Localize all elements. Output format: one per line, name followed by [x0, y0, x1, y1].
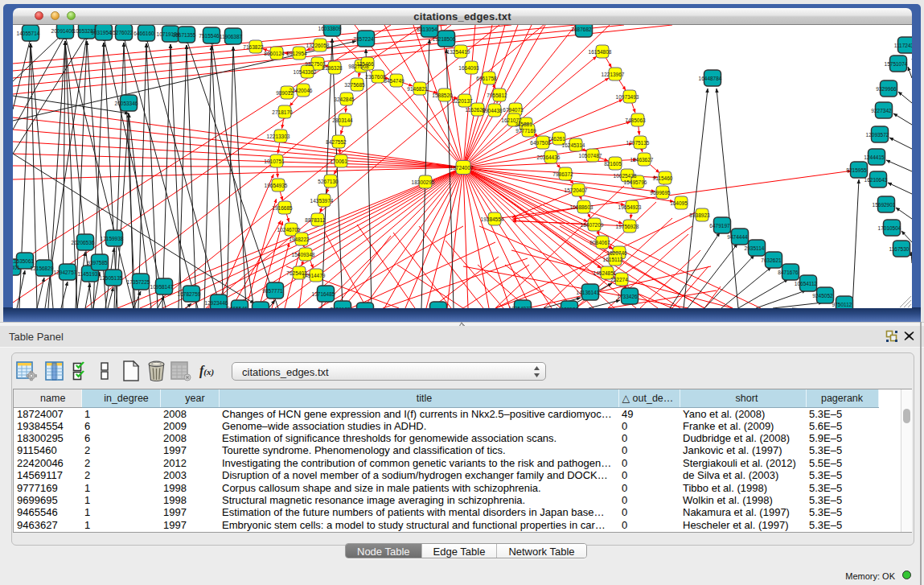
- svg-text:18463627: 18463627: [630, 157, 654, 163]
- svg-text:19384554: 19384554: [481, 216, 504, 222]
- svg-text:15276022: 15276022: [110, 30, 133, 35]
- svg-text:9146821: 9146821: [407, 86, 428, 92]
- svg-text:16671355: 16671355: [173, 32, 196, 38]
- svg-text:15692901: 15692901: [873, 202, 896, 208]
- svg-text:12923446: 12923446: [205, 300, 228, 306]
- svg-text:8124567: 8124567: [352, 308, 373, 309]
- svg-text:7163822: 7163822: [243, 44, 264, 50]
- svg-text:2687682: 2687682: [571, 27, 592, 32]
- svg-text:1244415: 1244415: [864, 154, 885, 160]
- svg-text:17357225: 17357225: [127, 279, 150, 285]
- svg-text:12213303: 12213303: [267, 134, 290, 139]
- svg-text:7986372: 7986372: [552, 171, 573, 177]
- svg-text:1167530: 1167530: [889, 246, 910, 252]
- svg-text:11906387: 11906387: [220, 34, 243, 39]
- svg-text:20206536: 20206536: [72, 240, 95, 245]
- svg-text:12942757: 12942757: [54, 270, 77, 275]
- svg-text:9857771: 9857771: [262, 288, 283, 294]
- svg-text:13254419: 13254419: [447, 49, 470, 55]
- svg-text:20091406: 20091406: [51, 28, 75, 34]
- svg-text:16448784: 16448784: [699, 76, 722, 81]
- svg-text:9084067: 9084067: [589, 240, 610, 245]
- svg-text:18300295: 18300295: [412, 179, 435, 185]
- svg-text:6466160: 6466160: [133, 31, 154, 36]
- svg-text:14136141: 14136141: [577, 290, 600, 295]
- svg-text:9227342: 9227342: [871, 108, 892, 113]
- svg-text:7955812: 7955812: [487, 93, 507, 98]
- svg-text:20053346: 20053346: [115, 101, 138, 106]
- svg-text:8454749: 8454749: [384, 78, 405, 84]
- svg-text:14353974: 14353974: [310, 198, 334, 204]
- svg-text:15495796: 15495796: [624, 179, 647, 185]
- svg-text:1733426: 1733426: [617, 294, 638, 299]
- svg-text:9750112: 9750112: [832, 302, 852, 307]
- svg-text:18724007: 18724007: [450, 165, 474, 171]
- svg-text:1615112: 1615112: [603, 257, 623, 262]
- svg-text:12213967: 12213967: [602, 72, 625, 77]
- svg-text:15751074: 15751074: [885, 61, 908, 67]
- svg-text:9115460: 9115460: [653, 175, 673, 181]
- svg-text:9777169: 9777169: [515, 128, 536, 134]
- svg-text:14524851: 14524851: [593, 270, 617, 276]
- svg-text:821605: 821605: [604, 161, 622, 167]
- svg-text:2935114: 2935114: [745, 245, 765, 251]
- svg-text:14055714: 14055714: [17, 31, 40, 36]
- svg-text:19756928: 19756928: [616, 224, 639, 229]
- svg-text:15720407: 15720407: [565, 187, 588, 193]
- svg-text:11535061: 11535061: [13, 258, 35, 264]
- svg-text:3220137: 3220137: [452, 98, 473, 104]
- svg-text:6794073: 6794073: [503, 107, 524, 113]
- svg-text:252274: 252274: [610, 277, 628, 282]
- svg-text:10543362: 10543362: [294, 69, 317, 75]
- svg-text:164095: 164095: [670, 200, 688, 206]
- svg-text:6961758: 6961758: [476, 76, 497, 81]
- svg-text:8813054: 8813054: [417, 27, 437, 32]
- svg-text:10973493: 10973493: [616, 94, 639, 100]
- svg-text:17010504: 17010504: [878, 225, 901, 231]
- svg-text:2803144: 2803144: [332, 117, 353, 123]
- svg-text:9329966: 9329966: [876, 86, 897, 92]
- svg-text:8427552: 8427552: [326, 139, 347, 145]
- svg-text:8660124: 8660124: [264, 51, 285, 56]
- svg-text:9474444: 9474444: [727, 234, 748, 240]
- svg-text:345881: 345881: [515, 122, 532, 127]
- svg-text:8471676: 8471676: [778, 270, 799, 275]
- svg-text:3915801: 3915801: [13, 265, 20, 270]
- svg-text:1588520: 1588520: [432, 93, 453, 98]
- svg-text:1620746: 1620746: [606, 250, 627, 256]
- svg-text:12975135: 12975135: [626, 140, 650, 146]
- svg-text:20364436: 20364436: [537, 154, 561, 160]
- svg-text:6479197: 6479197: [709, 223, 730, 229]
- svg-text:15409348: 15409348: [292, 252, 315, 257]
- svg-text:9465546: 9465546: [227, 306, 248, 309]
- svg-text:2718170: 2718170: [272, 109, 293, 115]
- svg-text:10246705: 10246705: [277, 227, 301, 233]
- svg-text:9124035: 9124035: [425, 307, 446, 309]
- svg-text:9031954: 9031954: [91, 30, 112, 35]
- svg-text:14914479: 14914479: [302, 273, 326, 278]
- svg-text:12505135: 12505135: [100, 275, 123, 281]
- svg-text:1948222: 1948222: [289, 237, 310, 242]
- svg-text:16782759: 16782759: [178, 291, 201, 297]
- svg-text:9699695: 9699695: [650, 190, 671, 196]
- svg-text:8215955: 8215955: [846, 167, 867, 173]
- svg-text:12093572: 12093572: [866, 132, 889, 138]
- svg-text:10025438: 10025438: [614, 173, 637, 179]
- svg-text:8186328: 8186328: [322, 65, 343, 71]
- svg-text:13716485: 13716485: [312, 291, 335, 297]
- svg-text:7485063: 7485063: [625, 117, 646, 123]
- svg-text:17159938: 17159938: [101, 236, 124, 241]
- svg-text:3242845: 3242845: [334, 97, 355, 102]
- svg-text:3275685: 3275685: [344, 82, 365, 88]
- svg-text:170061: 170061: [330, 159, 347, 164]
- svg-text:2367608: 2367608: [365, 74, 386, 80]
- svg-text:9397585: 9397585: [87, 260, 108, 266]
- svg-text:8938923: 8938923: [689, 212, 710, 218]
- svg-text:19654923: 19654923: [618, 204, 642, 210]
- svg-text:11420586: 11420586: [556, 307, 579, 309]
- svg-text:10654112: 10654112: [795, 281, 818, 286]
- svg-text:989012: 989012: [276, 90, 294, 96]
- svg-text:19218506: 19218506: [433, 36, 456, 42]
- svg-text:125466: 125466: [356, 61, 374, 67]
- svg-text:10958147: 10958147: [150, 284, 174, 290]
